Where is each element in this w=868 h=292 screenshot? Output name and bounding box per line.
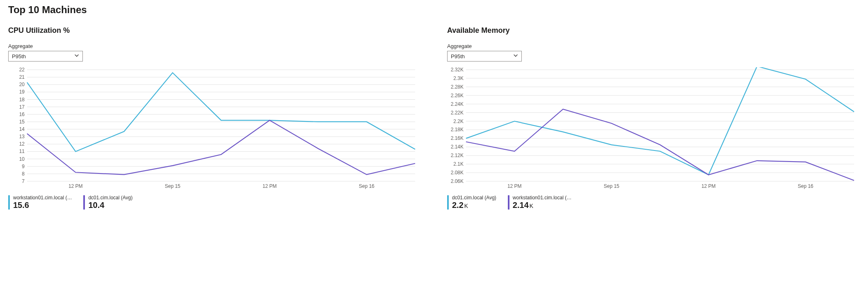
- svg-text:Sep 16: Sep 16: [798, 183, 813, 189]
- svg-text:Sep 15: Sep 15: [165, 183, 180, 189]
- svg-text:20: 20: [19, 82, 25, 87]
- legend-swatch: [83, 195, 85, 210]
- svg-text:12 PM: 12 PM: [507, 183, 522, 189]
- svg-text:17: 17: [19, 104, 25, 110]
- svg-text:12: 12: [19, 141, 25, 147]
- chart-memory[interactable]: 2.06K2.08K2.1K2.12K2.14K2.16K2.18K2.2K2.…: [447, 67, 857, 190]
- page-title: Top 10 Machines: [8, 4, 860, 16]
- svg-text:2.24K: 2.24K: [451, 101, 464, 107]
- legend-name: dc01.cim.local (Avg): [88, 195, 132, 201]
- svg-text:14: 14: [19, 126, 25, 132]
- svg-text:19: 19: [19, 89, 25, 95]
- svg-text:2.22K: 2.22K: [451, 110, 464, 116]
- legend-swatch: [447, 195, 449, 210]
- legend-value: 2.2K: [452, 201, 496, 210]
- legend-value: 10.4: [88, 201, 132, 210]
- chevron-down-icon: [513, 53, 518, 59]
- svg-text:Sep 15: Sep 15: [604, 183, 619, 189]
- legend-swatch: [508, 195, 509, 210]
- svg-text:15: 15: [19, 119, 25, 125]
- svg-text:12 PM: 12 PM: [263, 183, 277, 189]
- svg-text:21: 21: [19, 74, 25, 80]
- svg-text:2.16K: 2.16K: [451, 135, 464, 141]
- legend-item[interactable]: workstation01.cim.local (… 2.14K: [508, 195, 571, 210]
- aggregate-value: P95th: [451, 53, 465, 59]
- svg-text:18: 18: [19, 97, 25, 103]
- svg-text:2.2K: 2.2K: [453, 119, 464, 124]
- legend-value: 2.14K: [513, 201, 571, 210]
- panel-cpu-title: CPU Utilization %: [8, 26, 418, 35]
- svg-text:13: 13: [19, 134, 25, 139]
- aggregate-label: Aggregate: [447, 43, 857, 49]
- legend-name: workstation01.cim.local (…: [13, 195, 72, 201]
- aggregate-value: P95th: [12, 53, 26, 59]
- svg-text:12 PM: 12 PM: [701, 183, 716, 189]
- svg-text:2.08K: 2.08K: [451, 170, 464, 176]
- aggregate-block-memory: Aggregate P95th: [447, 43, 857, 62]
- svg-text:2.1K: 2.1K: [453, 161, 464, 167]
- svg-text:Sep 16: Sep 16: [359, 183, 375, 189]
- svg-text:16: 16: [19, 112, 25, 117]
- svg-text:2.32K: 2.32K: [451, 67, 464, 73]
- legend-name: dc01.cim.local (Avg): [452, 195, 496, 201]
- panel-cpu: CPU Utilization % Aggregate P95th 789101…: [8, 26, 418, 210]
- svg-text:8: 8: [22, 171, 25, 177]
- chevron-down-icon: [74, 53, 79, 59]
- legend-item[interactable]: dc01.cim.local (Avg) 2.2K: [447, 195, 496, 210]
- chart-cpu[interactable]: 7891011121314151617181920212212 PMSep 15…: [8, 67, 418, 190]
- svg-text:22: 22: [19, 67, 25, 73]
- svg-text:11: 11: [19, 148, 25, 154]
- svg-text:2.14K: 2.14K: [451, 144, 464, 150]
- legend-memory: dc01.cim.local (Avg) 2.2K workstation01.…: [447, 195, 857, 210]
- aggregate-select-memory[interactable]: P95th: [447, 51, 522, 62]
- svg-text:2.28K: 2.28K: [451, 84, 464, 90]
- svg-text:7: 7: [22, 178, 25, 184]
- svg-text:2.18K: 2.18K: [451, 127, 464, 132]
- panel-memory: Available Memory Aggregate P95th 2.06K2.…: [447, 26, 857, 210]
- svg-text:2.12K: 2.12K: [451, 153, 464, 158]
- svg-text:12 PM: 12 PM: [69, 183, 83, 189]
- svg-text:2.3K: 2.3K: [453, 75, 464, 81]
- aggregate-block-cpu: Aggregate P95th: [8, 43, 418, 62]
- legend-swatch: [8, 195, 10, 210]
- panels-row: CPU Utilization % Aggregate P95th 789101…: [8, 26, 860, 210]
- panel-memory-title: Available Memory: [447, 26, 857, 35]
- aggregate-select-cpu[interactable]: P95th: [8, 51, 83, 62]
- legend-value: 15.6: [13, 201, 72, 210]
- svg-text:10: 10: [19, 156, 25, 162]
- aggregate-label: Aggregate: [8, 43, 418, 49]
- legend-cpu: workstation01.cim.local (… 15.6 dc01.cim…: [8, 195, 418, 210]
- legend-name: workstation01.cim.local (…: [513, 195, 571, 201]
- legend-item[interactable]: dc01.cim.local (Avg) 10.4: [83, 195, 132, 210]
- svg-text:2.06K: 2.06K: [451, 178, 464, 184]
- legend-item[interactable]: workstation01.cim.local (… 15.6: [8, 195, 72, 210]
- svg-text:9: 9: [22, 164, 25, 169]
- svg-text:2.26K: 2.26K: [451, 93, 464, 98]
